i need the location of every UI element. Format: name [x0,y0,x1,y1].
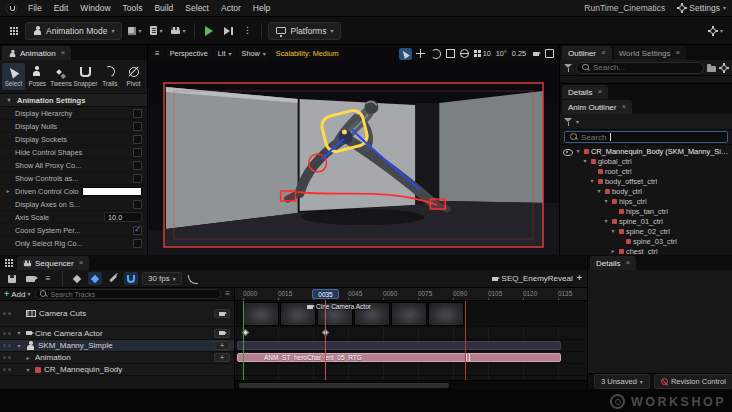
mute-icon[interactable] [3,332,6,335]
play-options-button[interactable]: ⋮ [239,22,255,40]
tab-details[interactable]: Details× [562,85,608,99]
lock-icon[interactable] [8,332,11,335]
world-space-icon[interactable] [458,48,471,60]
outliner-settings-icon[interactable] [719,63,728,72]
track-row-skm-manny-simple[interactable]: ▾SKM_Manny_Simple+ [0,340,234,352]
blueprints-button[interactable]: ▾ [147,22,165,40]
new-folder-icon[interactable] [707,66,716,72]
maximize-viewport-icon[interactable] [543,48,556,60]
sequence-name[interactable]: SEQ_EnemyReveal [502,274,573,283]
track-row-camera-cuts[interactable]: Camera Cuts [0,301,234,327]
menu-item-edit[interactable]: Edit [48,1,75,15]
value-field[interactable]: 10.0 [104,212,142,222]
auto-key-toggle[interactable] [88,272,102,285]
viewport-options-button[interactable]: ≡ [151,48,164,60]
menu-item-file[interactable]: File [22,1,48,15]
lit-dropdown[interactable]: Lit▾ [214,47,236,60]
playback-start-marker[interactable] [243,301,244,380]
expander-icon[interactable]: ▾ [24,367,32,373]
checkbox[interactable] [133,174,142,183]
outliner-search-input[interactable]: Search... [576,62,704,74]
animation-mode-dropdown[interactable]: Animation Mode ▾ [25,22,122,40]
filter-icon[interactable] [564,117,573,126]
checkbox[interactable] [133,239,142,248]
expander-icon[interactable]: ▸ [609,248,617,254]
animation-clip[interactable]: ANM_ST_heroChar_ent_05_RTG [237,353,561,362]
checkbox[interactable] [133,200,142,209]
settings-menu[interactable]: Settings ▾ [677,3,726,13]
checkbox[interactable] [133,122,142,131]
move-tool-icon[interactable] [413,48,428,60]
keyframe-icon[interactable] [322,329,329,336]
menu-item-help[interactable]: Help [247,1,276,15]
keyframe-options-button[interactable] [70,272,84,285]
revision-control-button[interactable]: Revision Control [654,374,732,389]
camera-speed-button[interactable] [529,48,542,60]
viewport[interactable]: ≡ Perspective Lit▾ Show▾ Scalability: Me… [148,45,560,255]
checkbox[interactable] [133,135,142,144]
tool-poses[interactable]: Poses [26,63,49,90]
rotation-snap-toggle[interactable]: 10° [494,48,509,60]
unsaved-button[interactable]: 3 Unsaved ▾ [594,374,650,389]
expander-icon[interactable]: ▾ [15,343,23,349]
mute-icon[interactable] [3,368,6,371]
search-tracks-input[interactable]: Search Tracks [35,289,222,299]
checkbox[interactable] [133,161,142,170]
fps-dropdown[interactable]: 30 fps▾ [142,272,182,285]
camera-button[interactable] [214,329,230,338]
tree-item-global-ctrl[interactable]: ▾global_ctrl [560,156,732,166]
expander-icon[interactable]: ▾ [595,188,603,194]
checkbox[interactable]: ✓ [133,226,142,235]
binding-section[interactable] [237,341,561,350]
add-track-button[interactable]: + Add ▾ [4,290,31,299]
show-dropdown[interactable]: Show▾ [238,47,270,60]
timeline[interactable]: -015000000150030004500600075009001050120… [235,288,587,389]
lock-icon[interactable] [8,356,11,359]
plus-button[interactable]: + [214,353,230,362]
menu-item-select[interactable]: Select [179,1,215,15]
timeline-ruler[interactable]: -015000000150030004500600075009001050120… [235,288,587,301]
menu-item-actor[interactable]: Actor [215,1,247,15]
expander-icon[interactable]: ▾ [574,148,582,154]
track-filter-icon[interactable]: ≡ [225,290,230,298]
tool-tweens[interactable]: Tweens [50,63,73,90]
anim-outliner-search-input[interactable]: Search [564,131,728,143]
plus-button[interactable]: + [214,341,230,350]
camera-button[interactable] [214,309,230,318]
close-icon[interactable]: × [61,49,66,57]
edit-button[interactable] [106,272,120,285]
mute-icon[interactable] [3,344,6,347]
tree-item-body-ctrl[interactable]: ▾body_ctrl [560,186,732,196]
scrollbar-thumb[interactable] [239,383,449,388]
add-section-icon[interactable]: + [577,274,582,283]
close-icon[interactable]: × [601,49,606,57]
menu-item-build[interactable]: Build [148,1,179,15]
scalability-badge[interactable]: Scalability: Medium [272,47,343,60]
menu-item-tools[interactable]: Tools [117,1,149,15]
tab-sequencer[interactable]: Sequencer × [17,256,89,270]
close-icon[interactable]: × [676,49,681,57]
tab-world-settings[interactable]: World Settings× [613,46,687,60]
expander-icon[interactable]: ▾ [602,198,610,204]
playback-end-marker[interactable] [465,301,466,380]
color-swatch[interactable] [82,187,142,196]
tab-details-bottom[interactable]: Details× [590,256,636,270]
snap-toggle[interactable] [124,272,138,285]
filter-icon[interactable] [564,63,573,72]
tool-pivot[interactable]: Pivot [122,63,145,90]
tool-trails[interactable]: Trails [98,63,121,90]
eye-icon[interactable] [562,148,572,155]
checkbox[interactable] [133,109,142,118]
mute-icon[interactable] [3,312,6,315]
tree-item-hips-tan-ctrl[interactable]: hips_tan_ctrl [560,206,732,216]
tree-item-body-offset-ctrl[interactable]: ▾body_offset_ctrl [560,176,732,186]
expander-icon[interactable]: ▸ [24,355,32,361]
platforms-dropdown[interactable]: Platforms ▾ [268,22,341,40]
menu-item-window[interactable]: Window [74,1,116,15]
tab-outliner[interactable]: Outliner× [562,46,612,60]
cinematics-button[interactable]: ▾ [168,22,188,40]
tree-item-cr-mannequin-body-skm-manny-simple[interactable]: ▾CR_Mannequin_Body (SKM_Manny_Simple) [560,146,732,156]
timeline-scrollbar[interactable] [235,380,587,389]
tree-item-spine-01-ctrl[interactable]: ▾spine_01_ctrl [560,216,732,226]
select-tool-icon[interactable] [399,48,412,60]
